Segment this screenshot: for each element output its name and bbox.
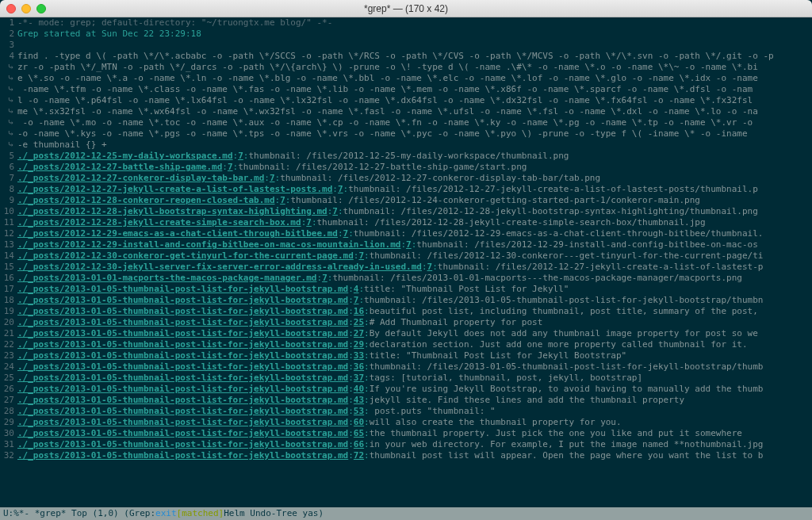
line-number: 5 xyxy=(0,151,17,162)
result-file[interactable]: ./_posts/2013-01-05-thumbnail-post-list-… xyxy=(17,350,348,361)
grep-result-line[interactable]: 23./_posts/2013-01-05-thumbnail-post-lis… xyxy=(0,350,812,361)
result-file[interactable]: ./_posts/2013-01-01-macports-the-macos-p… xyxy=(17,273,317,283)
result-text: title: "Thumbnail Post List for Jekyll" xyxy=(364,284,569,294)
grep-result-line[interactable]: 7./_posts/2012-12-27-conkeror-display-ta… xyxy=(0,173,812,184)
separator: : xyxy=(364,339,370,350)
result-linenum[interactable]: 29 xyxy=(354,339,364,350)
result-file[interactable]: ./_posts/2013-01-05-thumbnail-post-list-… xyxy=(17,339,348,350)
result-linenum[interactable]: 7 xyxy=(322,273,327,283)
result-linenum[interactable]: 7 xyxy=(270,173,275,183)
result-file[interactable]: ./_posts/2013-01-05-thumbnail-post-list-… xyxy=(17,306,348,316)
grep-result-line[interactable]: 15./_posts/2012-12-30-jekyll-server-fix-… xyxy=(0,262,812,273)
result-file[interactable]: ./_posts/2013-01-05-thumbnail-post-list-… xyxy=(17,384,348,394)
result-linenum[interactable]: 53 xyxy=(354,406,364,416)
result-file[interactable]: ./_posts/2012-12-28-jekyll-create-simple… xyxy=(17,217,301,228)
result-file[interactable]: ./_posts/2012-12-30-conkeror-get-tinyurl… xyxy=(17,250,354,261)
wrap-indicator: ⤷ xyxy=(0,62,17,73)
result-text: thumbnail: /files/2012-12-30-conkeror---… xyxy=(370,250,764,261)
result-linenum[interactable]: 37 xyxy=(354,373,364,383)
line-number: 6 xyxy=(0,162,17,173)
separator: : xyxy=(364,306,370,316)
grep-result-line[interactable]: 29./_posts/2013-01-05-thumbnail-post-lis… xyxy=(0,417,812,428)
result-linenum[interactable]: 43 xyxy=(354,395,364,405)
line-number: 9 xyxy=(0,195,17,206)
find-command: zr -o -path \*/_MTN -o -path \*/_darcs -… xyxy=(17,62,758,72)
wrap-indicator: ⤷ xyxy=(0,128,17,140)
grep-result-line[interactable]: 31./_posts/2013-01-05-thumbnail-post-lis… xyxy=(0,439,812,450)
result-linenum[interactable]: 7 xyxy=(238,151,243,161)
result-linenum[interactable]: 7 xyxy=(280,195,285,205)
result-text: By default Jekyll does not add any thumb… xyxy=(370,328,758,338)
result-linenum[interactable]: 36 xyxy=(354,361,364,372)
grep-result-line[interactable]: 20./_posts/2013-01-05-thumbnail-post-lis… xyxy=(0,317,812,328)
grep-result-line[interactable]: 12./_posts/2012-12-29-emacs-as-a-chat-cl… xyxy=(0,228,812,239)
find-command: me \*.sx32fsl -o -name \*.wx64fsl -o -na… xyxy=(17,106,758,117)
grep-result-line[interactable]: 25./_posts/2013-01-05-thumbnail-post-lis… xyxy=(0,373,812,384)
result-text: title: "Thumbnail Post List for Jekyll B… xyxy=(370,350,627,361)
result-file[interactable]: ./_posts/2012-12-27-conkeror-display-tab… xyxy=(17,173,264,183)
result-text: thumbnail: /files/2012-12-29-install-and… xyxy=(416,239,757,250)
grep-result-line[interactable]: 24./_posts/2013-01-05-thumbnail-post-lis… xyxy=(0,361,812,373)
grep-result-line[interactable]: 19./_posts/2013-01-05-thumbnail-post-lis… xyxy=(0,306,812,317)
line-number: 11 xyxy=(0,217,17,228)
result-linenum[interactable]: 65 xyxy=(354,428,364,438)
result-file[interactable]: ./_posts/2012-12-25-my-daily-workspace.m… xyxy=(17,151,233,161)
grep-result-line[interactable]: 30./_posts/2013-01-05-thumbnail-post-lis… xyxy=(0,428,812,439)
grep-result-line[interactable]: 17./_posts/2013-01-05-thumbnail-post-lis… xyxy=(0,284,812,295)
grep-result-line[interactable]: 8./_posts/2012-12-27-jekyll-create-a-lis… xyxy=(0,184,812,195)
result-file[interactable]: ./_posts/2013-01-05-thumbnail-post-list-… xyxy=(17,406,348,416)
result-linenum[interactable]: 7 xyxy=(338,184,343,194)
result-file[interactable]: ./_posts/2013-01-05-thumbnail-post-list-… xyxy=(17,428,348,438)
grep-result-line[interactable]: 16./_posts/2013-01-01-macports-the-macos… xyxy=(0,273,812,284)
grep-result-line[interactable]: 27./_posts/2013-01-05-thumbnail-post-lis… xyxy=(0,395,812,406)
result-file[interactable]: ./_posts/2012-12-30-jekyll-server-fix-se… xyxy=(17,262,422,272)
result-file[interactable]: ./_posts/2012-12-29-install-and-config-b… xyxy=(17,239,400,250)
result-file[interactable]: ./_posts/2012-12-28-jekyll-bootstrap-syn… xyxy=(17,206,327,216)
grep-result-line[interactable]: 5./_posts/2012-12-25-my-daily-workspace.… xyxy=(0,151,812,162)
result-file[interactable]: ./_posts/2013-01-05-thumbnail-post-list-… xyxy=(17,395,348,405)
grep-result-line[interactable]: 10./_posts/2012-12-28-jekyll-bootstrap-s… xyxy=(0,206,812,217)
result-file[interactable]: ./_posts/2012-12-28-conkeror-reopen-clos… xyxy=(17,195,275,205)
grep-result-line[interactable]: 32./_posts/2013-01-05-thumbnail-post-lis… xyxy=(0,450,812,461)
wrap-indicator: ⤷ xyxy=(0,140,17,151)
result-linenum[interactable]: 27 xyxy=(354,328,364,338)
result-linenum[interactable]: 25 xyxy=(354,317,364,327)
result-linenum[interactable]: 66 xyxy=(354,439,364,449)
result-file[interactable]: ./_posts/2012-12-27-battle-ship-game.md xyxy=(17,162,222,172)
grep-result-line[interactable]: 21./_posts/2013-01-05-thumbnail-post-lis… xyxy=(0,328,812,339)
result-file[interactable]: ./_posts/2013-01-05-thumbnail-post-list-… xyxy=(17,417,348,427)
result-file[interactable]: ./_posts/2013-01-05-thumbnail-post-list-… xyxy=(17,439,348,449)
result-file[interactable]: ./_posts/2012-12-27-jekyll-create-a-list… xyxy=(17,184,332,194)
result-linenum[interactable]: 33 xyxy=(354,350,364,361)
result-linenum[interactable]: 40 xyxy=(354,384,364,394)
editor-buffer[interactable]: 1-*- mode: grep; default-directory: "~/t… xyxy=(0,17,812,507)
grep-result-line[interactable]: 22./_posts/2013-01-05-thumbnail-post-lis… xyxy=(0,339,812,350)
grep-result-line[interactable]: 18./_posts/2013-01-05-thumbnail-post-lis… xyxy=(0,295,812,306)
grep-result-line[interactable]: 14./_posts/2012-12-30-conkeror-get-tinyu… xyxy=(0,250,812,262)
result-linenum[interactable]: 60 xyxy=(354,417,364,427)
result-file[interactable]: ./_posts/2013-01-05-thumbnail-post-list-… xyxy=(17,295,348,305)
result-file[interactable]: ./_posts/2013-01-05-thumbnail-post-list-… xyxy=(17,328,348,338)
result-linenum[interactable]: 7 xyxy=(306,217,312,228)
result-linenum[interactable]: 7 xyxy=(228,162,233,172)
find-command: find . -type d \( -path \*/\*.acbabc -o … xyxy=(17,51,774,61)
grep-result-line[interactable]: 28./_posts/2013-01-05-thumbnail-post-lis… xyxy=(0,406,812,417)
result-file[interactable]: ./_posts/2013-01-05-thumbnail-post-list-… xyxy=(17,450,348,461)
grep-result-line[interactable]: 13./_posts/2012-12-29-install-and-config… xyxy=(0,239,812,250)
grep-result-line[interactable]: 6./_posts/2012-12-27-battle-ship-game.md… xyxy=(0,162,812,173)
result-file[interactable]: ./_posts/2013-01-05-thumbnail-post-list-… xyxy=(17,284,348,294)
result-file[interactable]: ./_posts/2012-12-29-emacs-as-a-chat-clie… xyxy=(17,228,338,239)
result-file[interactable]: ./_posts/2013-01-05-thumbnail-post-list-… xyxy=(17,317,348,327)
result-file[interactable]: ./_posts/2013-01-05-thumbnail-post-list-… xyxy=(17,361,348,372)
grep-result-line[interactable]: 9./_posts/2012-12-28-conkeror-reopen-clo… xyxy=(0,195,812,206)
line-number: 25 xyxy=(0,373,17,384)
result-linenum[interactable]: 72 xyxy=(354,450,364,461)
grep-result-line[interactable]: 26./_posts/2013-01-05-thumbnail-post-lis… xyxy=(0,384,812,395)
result-file[interactable]: ./_posts/2013-01-05-thumbnail-post-list-… xyxy=(17,373,348,383)
grep-result-line[interactable]: 11./_posts/2012-12-28-jekyll-create-simp… xyxy=(0,217,812,228)
result-linenum[interactable]: 16 xyxy=(354,306,364,316)
result-linenum[interactable]: 7 xyxy=(406,239,412,250)
find-command: -o -name \*.mo -o -name \*.toc -o -name … xyxy=(17,117,753,128)
result-linenum[interactable]: 7 xyxy=(332,206,338,216)
separator: : xyxy=(364,439,370,449)
